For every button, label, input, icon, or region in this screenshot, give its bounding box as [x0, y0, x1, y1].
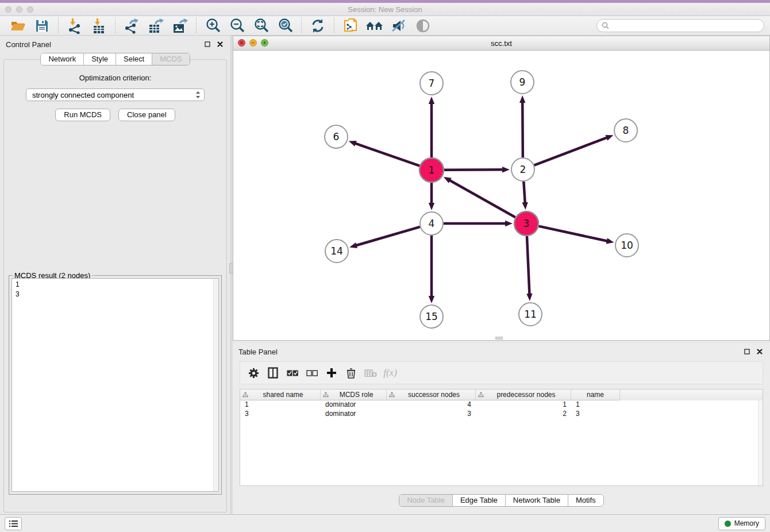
add-column-button[interactable] — [323, 365, 340, 381]
node-14[interactable]: 14 — [325, 240, 348, 263]
float-table-panel-icon[interactable] — [742, 347, 752, 356]
edge-2-3[interactable] — [522, 182, 528, 210]
close-table-panel-icon[interactable] — [755, 347, 764, 356]
memory-button[interactable]: Memory — [718, 517, 765, 530]
save-session-button[interactable] — [30, 17, 54, 34]
show-view-button[interactable] — [411, 17, 435, 34]
table-tab-network-table[interactable]: Network Table — [505, 495, 568, 506]
edge-4-15[interactable] — [429, 236, 434, 303]
table-row[interactable]: 3dominator323 — [240, 410, 763, 419]
node-4[interactable]: 4 — [420, 212, 443, 235]
function-builder-button[interactable]: f(x) — [382, 365, 399, 381]
network-graph[interactable]: 7968124314101511 — [233, 51, 769, 340]
node-11[interactable]: 11 — [519, 303, 542, 326]
table-cell[interactable]: 1 — [571, 400, 620, 410]
table-cell[interactable]: 3 — [240, 410, 321, 419]
show-columns-button[interactable] — [264, 365, 282, 381]
column-header-name[interactable]: name — [571, 390, 620, 400]
node-10[interactable]: 10 — [615, 234, 638, 257]
tab-style[interactable]: Style — [83, 53, 116, 65]
node-1[interactable]: 1 — [419, 158, 444, 182]
edge-2-9[interactable] — [519, 95, 525, 157]
table-scrollbar[interactable] — [758, 400, 763, 485]
table-cell[interactable]: 2 — [476, 410, 571, 419]
network-canvas[interactable]: 7968124314101511 — [233, 51, 769, 340]
home-button[interactable] — [363, 17, 387, 34]
import-network-button[interactable] — [63, 17, 87, 34]
apply-layout-button[interactable] — [306, 17, 330, 34]
edge-1-2[interactable] — [444, 167, 510, 172]
zoom-window-button[interactable] — [27, 6, 33, 13]
table-tab-motifs[interactable]: Motifs — [568, 495, 603, 506]
table-row[interactable]: 1dominator411 — [240, 400, 763, 410]
table-settings-button[interactable] — [245, 365, 262, 381]
edge-1-4[interactable] — [429, 183, 434, 210]
frame-minimize-button[interactable]: − — [249, 39, 257, 47]
select-all-button[interactable] — [284, 365, 301, 381]
zoom-out-button[interactable] — [225, 17, 249, 34]
open-session-button[interactable] — [6, 17, 30, 34]
search-input[interactable] — [612, 22, 759, 30]
tab-mcds[interactable]: MCDS — [152, 53, 189, 65]
close-window-button[interactable] — [5, 6, 11, 13]
unselect-all-button[interactable] — [303, 365, 321, 381]
edge-1-6[interactable] — [349, 141, 420, 166]
table-cell[interactable]: 1 — [240, 400, 321, 410]
export-image-button[interactable] — [168, 17, 192, 34]
table-tab-edge-table[interactable]: Edge Table — [452, 495, 505, 506]
column-header-predecessor-nodes[interactable]: predecessor nodes — [476, 390, 571, 400]
edge-3-11[interactable] — [526, 236, 532, 301]
table-cell[interactable]: 3 — [387, 410, 476, 419]
destroy-table-button[interactable] — [362, 365, 379, 381]
frame-zoom-button[interactable]: + — [261, 39, 268, 47]
node-6[interactable]: 6 — [325, 125, 348, 148]
mcds-result-text[interactable]: 13 — [11, 278, 219, 492]
minimize-window-button[interactable] — [16, 6, 22, 13]
import-table-button[interactable] — [87, 17, 111, 34]
edge-3-10[interactable] — [538, 226, 614, 244]
tab-select[interactable]: Select — [116, 53, 152, 65]
result-scrollbar[interactable] — [213, 279, 218, 491]
criterion-select[interactable]: strongly connected component — [26, 88, 205, 101]
table-cell[interactable]: 1 — [476, 400, 571, 410]
frame-close-button[interactable]: × — [238, 39, 245, 47]
search-box[interactable] — [596, 19, 764, 32]
node-9[interactable]: 9 — [511, 71, 534, 94]
frame-resize-grip[interactable] — [495, 337, 503, 340]
export-network-button[interactable] — [120, 17, 144, 34]
node-table[interactable]: shared nameMCDS rolesuccessor nodesprede… — [240, 389, 763, 486]
table-cell[interactable]: dominator — [321, 400, 387, 410]
edge-3-1[interactable] — [444, 177, 515, 217]
zoom-in-button[interactable] — [201, 17, 225, 34]
task-history-button[interactable] — [5, 517, 22, 530]
node-3[interactable]: 3 — [514, 211, 538, 236]
close-panel-button[interactable]: Close panel — [118, 109, 175, 121]
float-panel-icon[interactable] — [203, 40, 212, 49]
node-2[interactable]: 2 — [511, 158, 534, 181]
new-network-button[interactable] — [338, 17, 363, 34]
zoom-selected-button[interactable] — [273, 17, 297, 34]
node-15[interactable]: 15 — [420, 305, 443, 328]
network-frame-titlebar[interactable]: × − + scc.txt — [233, 36, 769, 51]
delete-column-button[interactable] — [342, 365, 360, 381]
run-mcds-button[interactable]: Run MCDS — [55, 109, 110, 121]
column-header-shared-name[interactable]: shared name — [240, 390, 321, 400]
node-8[interactable]: 8 — [614, 119, 637, 142]
table-cell[interactable]: dominator — [321, 410, 387, 419]
node-7[interactable]: 7 — [420, 72, 443, 95]
hide-labels-button[interactable] — [387, 17, 411, 34]
close-panel-icon[interactable] — [215, 40, 225, 49]
edge-1-7[interactable] — [429, 97, 434, 157]
tab-network[interactable]: Network — [41, 53, 83, 65]
zoom-fit-button[interactable] — [249, 17, 273, 34]
edge-4-3[interactable] — [444, 221, 513, 226]
table-cell[interactable]: 4 — [387, 400, 476, 410]
edge-4-14[interactable] — [349, 227, 420, 248]
edge-2-8[interactable] — [534, 135, 614, 165]
toolbar-separator — [58, 18, 59, 34]
table-tab-node-table[interactable]: Node Table — [399, 495, 452, 506]
export-table-button[interactable] — [144, 17, 168, 34]
table-cell[interactable]: 3 — [571, 410, 620, 419]
column-header-MCDS-role[interactable]: MCDS role — [321, 390, 387, 400]
column-header-successor-nodes[interactable]: successor nodes — [387, 390, 476, 400]
